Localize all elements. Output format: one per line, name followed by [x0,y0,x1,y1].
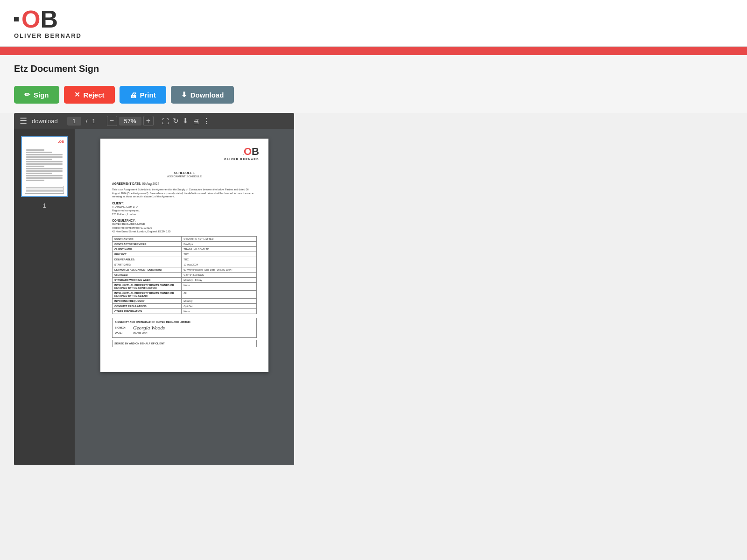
pdf-toolbar: ☰ download / 1 − + ⛶ ↻ ⬇ 🖨 ⋮ [14,113,294,129]
doc-agreement-date-label: AGREEMENT DATE: [112,182,141,185]
thumb-line [26,177,63,179]
table-cell-value: None [182,309,257,314]
table-row: PROJECT:TBC [113,252,257,257]
table-cell-value: CYANTIFIC NET LIMITED [182,237,257,242]
red-banner [0,47,747,55]
thumb-line [26,170,63,172]
thumb-line [26,149,44,151]
logo-dot-icon [14,17,19,21]
thumb-line [26,163,63,165]
thumb-line [26,154,63,155]
cross-icon: ✕ [74,91,80,99]
table-row: CONTRACTOR:CYANTIFIC NET LIMITED [113,237,257,242]
table-cell-value: All [182,291,257,299]
download-button[interactable]: ⬇ Download [171,86,234,104]
doc-company-name: OLIVER BERNARD [224,158,259,161]
table-cell-key: CONDUCT REGULATIONS: [113,304,182,309]
pdf-zoom-level[interactable] [119,117,141,126]
doc-consultancy-label: CONSULTANCY: [112,219,257,222]
table-row: OTHER INFORMATION:None [113,309,257,314]
pdf-page-total: 1 [92,118,95,125]
table-cell-key: PROJECT: [113,252,182,257]
table-cell-key: DELIVERABLES: [113,257,182,262]
thumb-table-row [26,190,63,191]
doc-client-name: TRAINLINE.COM LTD [112,205,138,208]
doc-date-value: 06 Aug 2024 [133,331,148,334]
table-cell-key: ESTIMATED ASSIGNMENT DURATION: [113,267,182,273]
table-row: CONDUCT REGULATIONS:Opt Out [113,304,257,309]
doc-ob-logo: .OB OLIVER BERNARD [224,146,259,161]
thumb-line [26,159,52,160]
thumb-line [26,156,63,158]
thumb-line [26,161,63,162]
doc-b: B [252,146,259,157]
rotate-icon[interactable]: ↻ [173,117,179,125]
table-row: DELIVERABLES:TBC [113,257,257,262]
header: OB OLIVER BERNARD [0,0,747,47]
fit-page-icon[interactable]: ⛶ [162,117,169,125]
thumb-line [26,175,63,176]
pdf-thumbnail-panel: .OB [14,129,75,465]
pdf-document-page: .OB OLIVER BERNARD SCHEDULE 1 ASSIGNMENT… [100,139,268,372]
pdf-thumb-preview: .OB [23,139,65,195]
pdf-download-icon[interactable]: ⬇ [183,117,189,125]
doc-client-reg: Registered company no. [112,209,140,212]
table-cell-value: TBC [182,252,257,257]
pencil-icon: ✏ [24,91,30,99]
zoom-out-button[interactable]: − [107,116,117,126]
pdf-main-page: .OB OLIVER BERNARD SCHEDULE 1 ASSIGNMENT… [75,129,294,465]
action-buttons: ✏ Sign ✕ Reject 🖨 Print ⬇ Download [0,81,747,113]
sign-button[interactable]: ✏ Sign [14,86,59,104]
table-cell-key: INTELLECTUAL PROPERTY RIGHTS OWNED OR RE… [113,291,182,299]
table-cell-value: Monday - Friday [182,278,257,283]
table-cell-value: TBC [182,257,257,262]
table-cell-key: OTHER INFORMATION: [113,309,182,314]
doc-client-info: TRAINLINE.COM LTD Registered company no.… [112,205,257,216]
company-name: OLIVER BERNARD [14,32,82,39]
pdf-content: .OB [14,129,294,465]
table-cell-key: CONTRACTOR SERVICES: [113,242,182,247]
doc-consultancy-name: OLIVER BERNARD UNITED [112,223,145,225]
reject-button[interactable]: ✕ Reject [64,86,115,104]
doc-signed-by-ob: SIGNED BY AND ON BEHALF OF OLIVER BERNAR… [115,321,254,323]
doc-consultancy-info: OLIVER BERNARD UNITED Registered company… [112,223,257,233]
table-row: INTELLECTUAL PROPERTY RIGHTS OWNED OR RE… [113,283,257,291]
pdf-menu-icon[interactable]: ☰ [20,116,27,126]
doc-agreement-body: This is an Assignment Schedule to the Ag… [112,188,257,199]
sign-label: Sign [34,91,49,99]
logo-o: O [21,6,40,33]
thumb-ob-logo: .OB [58,140,64,143]
pdf-print-icon[interactable]: 🖨 [192,117,199,125]
table-cell-key: STANDARD WORKING WEEK: [113,278,182,283]
table-row: START DATE:12 Aug 2024 [113,262,257,267]
doc-signature: Georgia Woods [133,325,165,330]
thumb-line [26,173,52,174]
pdf-thumb-lines [23,146,65,185]
table-row: CLIENT NAME:TRAINLINE.COM LTD [113,247,257,252]
pdf-toolbar-actions: ⛶ ↻ ⬇ 🖨 ⋮ [162,117,210,125]
table-cell-value: None [182,283,257,291]
page-title-area: Etz Document Sign [0,55,747,81]
reject-label: Reject [84,91,105,99]
thumb-line [26,166,44,167]
table-cell-value: GBP 944.00 Daily [182,273,257,278]
logo-letters: OB [21,7,58,31]
table-cell-key: CONTRACTOR: [113,237,182,242]
pdf-thumbnail-page-1[interactable]: .OB [21,136,68,197]
table-cell-value: Monthly [182,299,257,304]
table-cell-value: Opt Out [182,304,257,309]
doc-client-addr: 120 Holborn, London [112,213,136,216]
pdf-more-icon[interactable]: ⋮ [203,117,210,125]
table-cell-key: INTELLECTUAL PROPERTY RIGHTS OWNED OR RE… [113,283,182,291]
thumb-table-row [26,189,63,189]
doc-signed-by-client: SIGNED BY AND ON BEHALF OF CLIENT [114,342,254,345]
table-row: CHARGES:GBP 944.00 Daily [113,273,257,278]
page-title: Etz Document Sign [14,63,733,81]
zoom-in-button[interactable]: + [143,116,154,126]
doc-sign-row: SIGNED: Georgia Woods [115,325,254,330]
pdf-viewer: ☰ download / 1 − + ⛶ ↻ ⬇ 🖨 ⋮ .OB [14,113,294,465]
pdf-page-input[interactable] [67,117,81,126]
doc-sign-block-client: SIGNED BY AND ON BEHALF OF CLIENT [112,340,257,347]
print-button[interactable]: 🖨 Print [120,86,166,104]
doc-o: O [244,146,252,157]
